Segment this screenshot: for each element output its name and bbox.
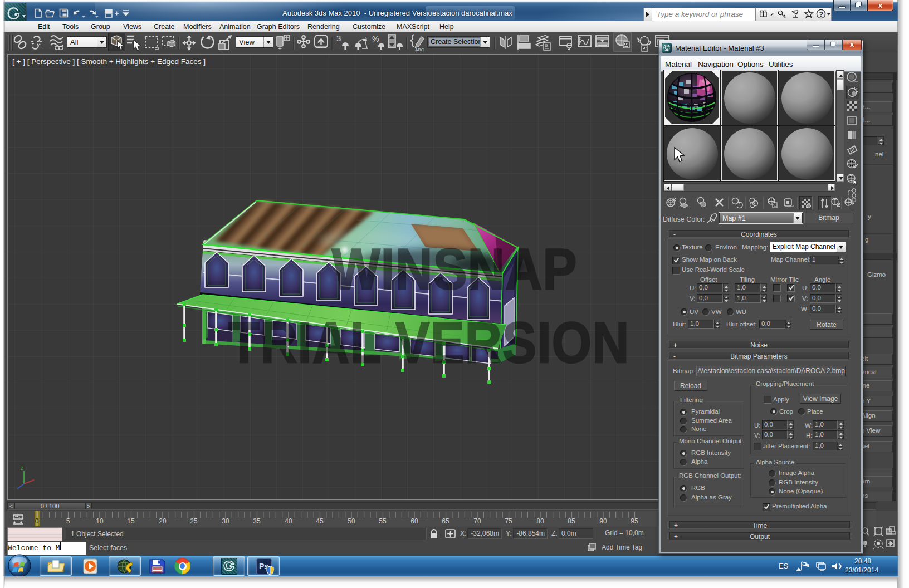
- svg-text:5: 5: [66, 517, 70, 525]
- svg-text:ABC: ABC: [415, 47, 424, 52]
- svg-text:3: 3: [336, 33, 341, 43]
- svg-text:10: 10: [96, 517, 104, 525]
- svg-text:WINSNAP: WINSNAP: [332, 237, 578, 301]
- svg-text:30: 30: [222, 517, 229, 525]
- svg-text:z: z: [21, 465, 23, 471]
- svg-text:65: 65: [442, 517, 449, 525]
- svg-text:20: 20: [159, 517, 167, 525]
- svg-text:50: 50: [348, 517, 355, 525]
- svg-text:85: 85: [568, 517, 575, 525]
- svg-text:45: 45: [316, 517, 324, 525]
- svg-text:55: 55: [379, 517, 387, 525]
- svg-text:?: ?: [819, 11, 823, 18]
- svg-text:95: 95: [631, 517, 638, 525]
- svg-text:90: 90: [599, 517, 607, 525]
- svg-text:60: 60: [410, 517, 418, 525]
- svg-text:80: 80: [536, 517, 544, 525]
- svg-text:70: 70: [473, 517, 481, 525]
- svg-text:25: 25: [190, 517, 198, 525]
- svg-text:0: 0: [35, 517, 39, 525]
- svg-text:TRIAL VERSION: TRIAL VERSION: [228, 310, 630, 375]
- svg-text:35: 35: [253, 517, 261, 525]
- svg-text:%: %: [372, 35, 379, 43]
- svg-text:40: 40: [285, 517, 292, 525]
- svg-text:75: 75: [505, 517, 512, 525]
- svg-text:15: 15: [127, 517, 135, 525]
